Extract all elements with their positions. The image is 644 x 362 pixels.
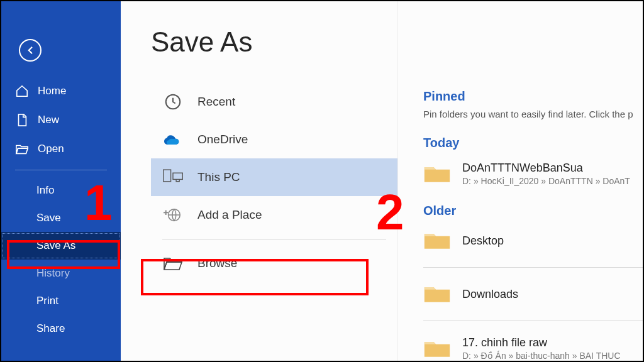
folder-text: DoAnTTTNWebBanSua D: » HocKi_II_2020 » D…: [462, 162, 630, 186]
folder-item[interactable]: DoAnTTTNWebBanSua D: » HocKi_II_2020 » D…: [423, 155, 643, 192]
folder-text: 17. chinh file raw D: » Đồ Án » bai-thuc…: [462, 336, 621, 361]
folder-path: D: » HocKi_II_2020 » DoAnTTTN » DoAnT: [462, 176, 630, 186]
main-area: Save As Recent OneDrive This PC Add a Pl…: [121, 1, 643, 361]
nav-label: Save: [36, 212, 61, 224]
thispc-icon: [162, 167, 184, 188]
location-recent[interactable]: Recent: [151, 83, 397, 121]
arrow-left-icon: [25, 45, 36, 56]
nav-open[interactable]: Open: [1, 134, 121, 163]
clock-icon: [162, 91, 184, 112]
location-label: This PC: [197, 170, 240, 184]
nav-label: History: [36, 267, 70, 280]
folder-icon: [423, 337, 451, 360]
document-icon: [15, 113, 29, 127]
folder-name: Desktop: [462, 234, 504, 248]
location-browse[interactable]: Browse: [151, 244, 397, 282]
folder-text: Desktop: [462, 234, 504, 248]
location-addplace[interactable]: Add a Place: [151, 196, 397, 234]
browse-folder-icon: [162, 253, 184, 274]
location-thispc[interactable]: This PC: [151, 158, 397, 196]
svg-rect-2: [173, 173, 182, 179]
location-label: Add a Place: [197, 208, 262, 222]
nav-label: New: [38, 114, 59, 126]
home-icon: [15, 84, 29, 98]
folder-text: Downloads: [462, 288, 518, 301]
folder-icon: [423, 283, 451, 305]
onedrive-icon: [162, 129, 184, 150]
section-older-header: Older: [423, 204, 643, 218]
nav-label: Home: [38, 85, 66, 97]
nav-label: Print: [36, 295, 58, 307]
svg-rect-1: [164, 170, 171, 182]
nav-history[interactable]: History: [1, 260, 121, 287]
nav-info[interactable]: Info: [1, 177, 121, 204]
nav-label: Info: [36, 184, 54, 197]
folder-separator: [423, 321, 643, 321]
nav-separator: [15, 170, 107, 170]
folder-open-icon: [15, 142, 29, 156]
nav-print[interactable]: Print: [1, 287, 121, 315]
location-label: Browse: [197, 256, 237, 270]
folders-column: Pinned Pin folders you want to easily fi…: [397, 1, 643, 361]
nav-home[interactable]: Home: [1, 77, 121, 106]
backstage-sidebar: Home New Open Info Save Save As History …: [1, 1, 121, 361]
nav-primary: Home New Open Info Save Save As History …: [1, 77, 121, 343]
back-button[interactable]: [19, 39, 42, 62]
location-separator: [162, 239, 386, 239]
nav-new[interactable]: New: [1, 106, 121, 134]
folder-icon: [423, 229, 451, 252]
folder-name: Downloads: [462, 288, 518, 301]
section-today-header: Today: [423, 136, 643, 150]
folder-path: D: » Đồ Án » bai-thuc-hanh » BAI THUC: [462, 351, 621, 361]
nav-label: Share: [36, 322, 65, 335]
nav-save[interactable]: Save: [1, 204, 121, 232]
nav-saveas[interactable]: Save As: [1, 232, 121, 260]
nav-share[interactable]: Share: [1, 315, 121, 343]
folder-icon: [423, 163, 451, 185]
nav-label: Open: [38, 143, 64, 155]
locations-column: Save As Recent OneDrive This PC Add a Pl…: [121, 1, 397, 361]
folder-name: DoAnTTTNWebBanSua: [462, 162, 630, 175]
nav-label: Save As: [36, 239, 75, 252]
folder-name: 17. chinh file raw: [462, 336, 621, 349]
location-label: OneDrive: [197, 133, 248, 146]
location-label: Recent: [197, 95, 235, 109]
section-pinned-header: Pinned: [423, 89, 643, 104]
page-title: Save As: [151, 26, 397, 58]
folder-item[interactable]: Downloads: [423, 277, 643, 312]
location-onedrive[interactable]: OneDrive: [151, 121, 397, 158]
folder-item[interactable]: 17. chinh file raw D: » Đồ Án » bai-thuc…: [423, 330, 643, 361]
add-place-icon: [162, 204, 184, 226]
section-pinned-hint: Pin folders you want to easily find late…: [423, 109, 643, 119]
folder-item[interactable]: Desktop: [423, 223, 643, 258]
folder-separator: [423, 267, 643, 268]
